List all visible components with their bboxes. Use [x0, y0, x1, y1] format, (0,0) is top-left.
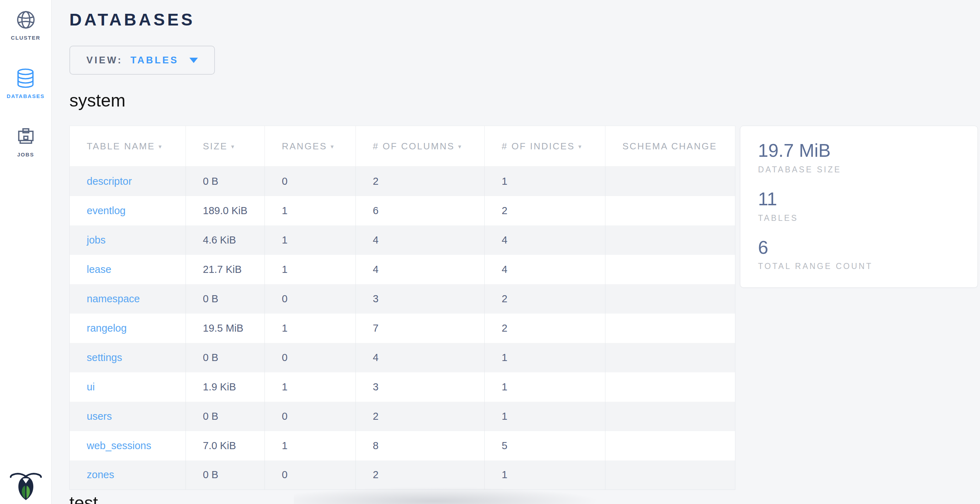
table-row: descriptor 0 B 0 2 1 — [70, 167, 735, 196]
table-row: settings 0 B 0 4 1 — [70, 343, 735, 372]
table-cell-name: namespace — [70, 284, 186, 313]
table-cell-indices: 1 — [485, 461, 605, 490]
sidebar-item-jobs[interactable]: JOBS — [16, 127, 36, 157]
table-cell-ranges: 1 — [265, 226, 356, 255]
view-value: TABLES — [130, 55, 179, 66]
table-name-link[interactable]: ui — [87, 381, 95, 393]
column-header-columns[interactable]: # OF COLUMNS▾ — [356, 126, 485, 167]
table-name-link[interactable]: zones — [87, 469, 114, 480]
table-cell-name: users — [70, 402, 186, 431]
table-cell-ranges: 0 — [265, 343, 356, 372]
table-cell-columns: 2 — [356, 461, 485, 490]
table-cell-indices: 1 — [485, 372, 605, 402]
table-cell-schema-change — [605, 461, 735, 490]
table-cell-ranges: 1 — [265, 372, 356, 402]
table-cell-schema-change — [605, 226, 735, 255]
column-header-indices[interactable]: # OF INDICES▾ — [485, 126, 605, 167]
table-row: jobs 4.6 KiB 1 4 4 — [70, 226, 735, 255]
table-row: web_sessions 7.0 KiB 1 8 5 — [70, 431, 735, 461]
table-cell-indices: 5 — [485, 431, 605, 461]
table-cell-schema-change — [605, 372, 735, 402]
table-cell-schema-change — [605, 196, 735, 226]
main-content: DATABASES VIEW: TABLES system TABLE NAME… — [52, 0, 980, 504]
table-row: users 0 B 0 2 1 — [70, 402, 735, 431]
table-cell-size: 1.9 KiB — [186, 372, 265, 402]
table-cell-size: 21.7 KiB — [186, 255, 265, 284]
table-cell-indices: 2 — [485, 284, 605, 313]
sort-arrow-icon: ▾ — [331, 143, 335, 150]
sort-arrow-icon: ▾ — [578, 143, 582, 150]
table-cell-columns: 4 — [356, 255, 485, 284]
table-cell-size: 0 B — [186, 343, 265, 372]
table-cell-columns: 8 — [356, 431, 485, 461]
table-name-link[interactable]: eventlog — [87, 205, 126, 216]
table-cell-ranges: 0 — [265, 402, 356, 431]
chevron-down-icon — [189, 58, 198, 63]
stat-database-size: 19.7 MiB DATABASE SIZE — [758, 140, 960, 175]
table-row: ui 1.9 KiB 1 3 1 — [70, 372, 735, 402]
sidebar: CLUSTER DATABASES — [0, 0, 52, 504]
table-row: namespace 0 B 0 3 2 — [70, 284, 735, 313]
table-cell-indices: 1 — [485, 167, 605, 196]
sidebar-item-cluster[interactable]: CLUSTER — [11, 10, 40, 41]
table-cell-name: jobs — [70, 226, 186, 255]
table-cell-indices: 4 — [485, 255, 605, 284]
table-cell-indices: 2 — [485, 313, 605, 343]
table-header-row: TABLE NAME▾ SIZE▾ RANGES▾ # OF COLUMNS▾ … — [70, 126, 735, 167]
table-cell-size: 4.6 KiB — [186, 226, 265, 255]
table-cell-columns: 3 — [356, 372, 485, 402]
sort-arrow-icon: ▾ — [231, 143, 235, 150]
table-cell-columns: 2 — [356, 167, 485, 196]
table-cell-ranges: 1 — [265, 255, 356, 284]
table-cell-indices: 1 — [485, 343, 605, 372]
table-name-link[interactable]: users — [87, 410, 112, 422]
table-cell-size: 19.5 MiB — [186, 313, 265, 343]
table-cell-size: 0 B — [186, 402, 265, 431]
table-cell-indices: 2 — [485, 196, 605, 226]
table-name-link[interactable]: namespace — [87, 293, 140, 304]
sidebar-item-label: DATABASES — [7, 93, 45, 99]
table-name-link[interactable]: lease — [87, 264, 111, 275]
system-tables-table: TABLE NAME▾ SIZE▾ RANGES▾ # OF COLUMNS▾ … — [69, 126, 735, 490]
sort-arrow-icon: ▾ — [458, 143, 462, 150]
cockroachdb-logo — [10, 471, 42, 502]
sidebar-item-databases[interactable]: DATABASES — [7, 68, 45, 99]
table-cell-name: ui — [70, 372, 186, 402]
table-row: rangelog 19.5 MiB 1 7 2 — [70, 313, 735, 343]
table-cell-size: 0 B — [186, 461, 265, 490]
table-cell-schema-change — [605, 167, 735, 196]
table-cell-name: settings — [70, 343, 186, 372]
table-cell-name: lease — [70, 255, 186, 284]
stat-value: 6 — [758, 237, 960, 258]
table-row: zones 0 B 0 2 1 — [70, 461, 735, 490]
section-heading-test: test — [69, 493, 980, 504]
database-icon — [16, 68, 35, 88]
table-cell-name: zones — [70, 461, 186, 490]
table-cell-columns: 3 — [356, 284, 485, 313]
table-cell-ranges: 0 — [265, 284, 356, 313]
table-name-link[interactable]: rangelog — [87, 323, 127, 334]
database-summary-card: 19.7 MiB DATABASE SIZE 11 TABLES 6 TOTAL… — [740, 126, 978, 288]
column-header-table-name[interactable]: TABLE NAME▾ — [70, 126, 186, 167]
table-name-link[interactable]: settings — [87, 352, 122, 363]
table-name-link[interactable]: web_sessions — [87, 440, 151, 451]
stat-label: TABLES — [758, 213, 960, 223]
table-name-link[interactable]: descriptor — [87, 176, 132, 187]
table-cell-columns: 4 — [356, 226, 485, 255]
briefcase-icon — [16, 127, 36, 146]
table-cell-schema-change — [605, 284, 735, 313]
column-header-size[interactable]: SIZE▾ — [186, 126, 265, 167]
view-selector-dropdown[interactable]: VIEW: TABLES — [69, 46, 215, 75]
table-cell-schema-change — [605, 255, 735, 284]
table-cell-name: descriptor — [70, 167, 186, 196]
sidebar-item-label: JOBS — [17, 151, 34, 157]
sort-arrow-icon: ▾ — [159, 143, 163, 150]
stat-value: 11 — [758, 189, 960, 210]
table-name-link[interactable]: jobs — [87, 234, 105, 246]
table-cell-size: 0 B — [186, 167, 265, 196]
table-cell-indices: 1 — [485, 402, 605, 431]
column-header-ranges[interactable]: RANGES▾ — [265, 126, 356, 167]
stat-label: DATABASE SIZE — [758, 165, 960, 175]
table-cell-indices: 4 — [485, 226, 605, 255]
section-heading-system: system — [69, 90, 980, 111]
